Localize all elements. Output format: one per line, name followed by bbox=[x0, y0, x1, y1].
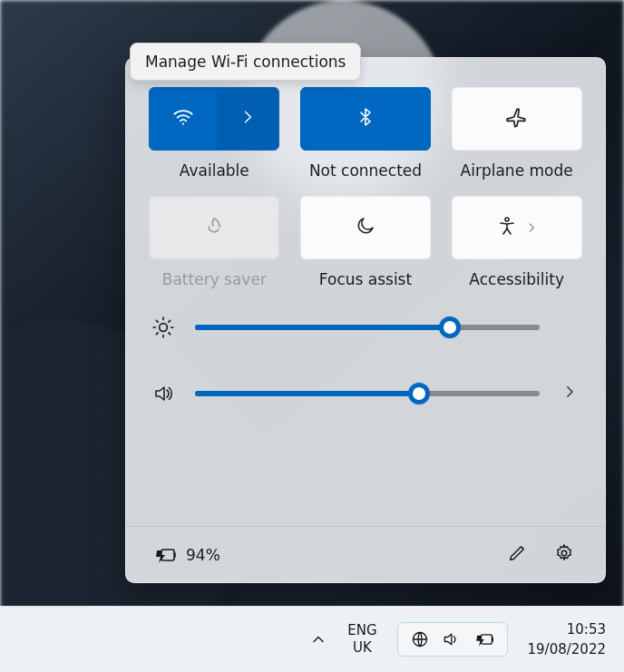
battery-charging-icon[interactable] bbox=[151, 545, 177, 565]
battery-saver-label: Battery saver bbox=[162, 270, 267, 288]
battery-percent: 94% bbox=[186, 546, 220, 564]
brightness-row bbox=[151, 316, 580, 339]
volume-thumb[interactable] bbox=[408, 383, 430, 404]
bluetooth-icon bbox=[355, 106, 376, 131]
taskbar-time: 10:53 bbox=[528, 619, 606, 640]
wifi-tooltip: Manage Wi-Fi connections bbox=[130, 43, 361, 81]
chevron-up-icon bbox=[309, 630, 327, 648]
settings-button[interactable] bbox=[549, 538, 580, 572]
wifi-tile[interactable] bbox=[149, 87, 279, 151]
quick-settings-panel: Available Not connected Airplane mode bbox=[125, 57, 606, 583]
volume-flyout-button[interactable] bbox=[560, 384, 580, 404]
moon-icon bbox=[355, 215, 376, 240]
chevron-right-icon bbox=[561, 384, 578, 404]
quick-settings-footer: 94% bbox=[126, 526, 605, 582]
language-top: ENG bbox=[347, 622, 376, 639]
language-bottom: UK bbox=[347, 639, 376, 657]
chevron-right-icon bbox=[525, 221, 538, 234]
pencil-icon bbox=[507, 543, 527, 567]
accessibility-toggle[interactable] bbox=[453, 215, 581, 240]
quick-tiles-grid: Available Not connected Airplane mode bbox=[126, 58, 605, 296]
wifi-label: Available bbox=[180, 161, 249, 180]
gear-icon bbox=[554, 543, 574, 567]
battery-saver-icon bbox=[201, 215, 227, 240]
brightness-icon bbox=[151, 316, 175, 339]
hidden-icons-button[interactable] bbox=[309, 630, 327, 648]
wifi-toggle[interactable] bbox=[150, 105, 217, 132]
accessibility-icon bbox=[496, 215, 518, 240]
brightness-thumb[interactable] bbox=[439, 317, 461, 338]
accessibility-label: Accessibility bbox=[469, 270, 564, 288]
bluetooth-label: Not connected bbox=[309, 161, 422, 180]
taskbar: ENG UK 10:53 19/08/2022 bbox=[0, 606, 624, 672]
volume-icon bbox=[151, 383, 175, 404]
edit-quick-settings-button[interactable] bbox=[502, 538, 532, 572]
airplane-mode-label: Airplane mode bbox=[461, 161, 573, 180]
focus-assist-tile[interactable] bbox=[300, 196, 431, 259]
system-tray-group[interactable] bbox=[397, 622, 508, 657]
brightness-slider[interactable] bbox=[195, 325, 540, 330]
focus-assist-label: Focus assist bbox=[319, 270, 412, 288]
svg-point-4 bbox=[561, 550, 567, 556]
accessibility-tile[interactable] bbox=[452, 196, 582, 259]
svg-point-0 bbox=[182, 123, 184, 125]
airplane-icon bbox=[505, 105, 529, 132]
battery-icon bbox=[473, 630, 494, 648]
wifi-expand-button[interactable] bbox=[217, 88, 278, 150]
network-icon bbox=[411, 630, 429, 648]
volume-icon bbox=[442, 630, 460, 648]
volume-row bbox=[151, 383, 580, 404]
wifi-icon bbox=[171, 105, 195, 132]
bluetooth-tile[interactable] bbox=[300, 87, 431, 151]
clock-button[interactable]: 10:53 19/08/2022 bbox=[528, 619, 606, 660]
chevron-right-icon bbox=[239, 108, 257, 130]
svg-point-2 bbox=[160, 324, 168, 332]
battery-saver-tile bbox=[149, 196, 279, 259]
svg-point-1 bbox=[505, 218, 509, 221]
airplane-mode-tile[interactable] bbox=[452, 87, 582, 151]
taskbar-date: 19/08/2022 bbox=[528, 639, 606, 660]
language-button[interactable]: ENG UK bbox=[347, 622, 376, 657]
volume-slider[interactable] bbox=[195, 391, 540, 396]
